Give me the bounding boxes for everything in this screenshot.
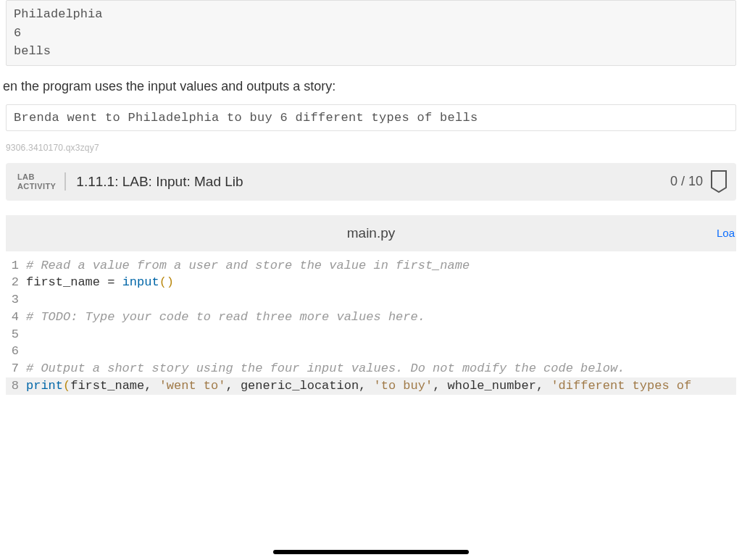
code-line: 1 # Read a value from a user and store t… [6,257,736,275]
question-id: 9306.3410170.qx3zqy7 [6,143,742,153]
line-number: 5 [6,326,26,343]
line-number: 8 [6,377,26,395]
lab-score: 0 / 10 [670,174,703,189]
line-number: 3 [6,291,26,309]
code-line: 5 [6,326,736,343]
line-number: 4 [6,309,26,326]
code-line: 4 # TODO: Type your code to read three m… [6,309,736,326]
line-number: 6 [6,343,26,360]
code-line: 2 first_name = input() [6,274,736,291]
code-line: 7 # Output a short story using the four … [6,360,736,377]
lab-title: 1.11.1: LAB: Input: Mad Lib [76,174,670,190]
home-indicator [273,550,469,554]
lab-activity-header: LAB ACTIVITY 1.11.1: LAB: Input: Mad Lib… [6,163,736,201]
line-number: 1 [6,257,26,275]
lab-activity-label: LAB ACTIVITY [17,172,66,191]
line-number: 7 [6,360,26,377]
file-tab-bar: main.py Loa [6,215,736,251]
output-box: Brenda went to Philadelphia to buy 6 dif… [6,104,736,131]
load-template-link[interactable]: Loa [717,227,735,239]
input-line: Philadelphia [14,5,728,24]
line-number: 2 [6,274,26,291]
code-line: 8 print(first_name, 'went to', generic_l… [6,377,736,395]
code-line: 6 [6,343,736,360]
file-name: main.py [12,225,730,241]
bookmark-icon [710,170,728,193]
input-line: 6 [14,24,728,43]
prompt-text: en the program uses the input values and… [0,79,742,94]
input-line: bells [14,42,728,61]
code-editor[interactable]: 1 # Read a value from a user and store t… [6,257,736,395]
input-values-box: Philadelphia 6 bells [6,0,736,66]
code-line: 3 [6,291,736,309]
